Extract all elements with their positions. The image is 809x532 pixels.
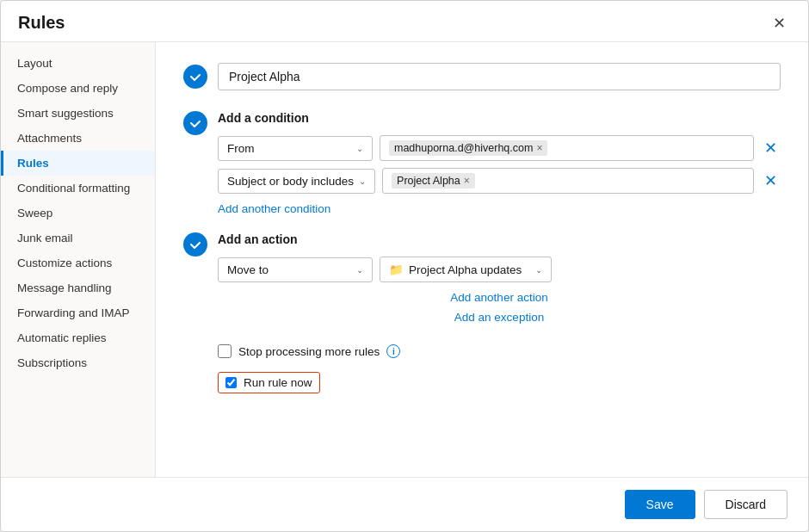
condition-section: Add a condition From ⌄ madhuporna.d@hive… xyxy=(183,111,781,215)
checkmark-icon-3 xyxy=(189,238,201,251)
stop-processing-checkbox[interactable] xyxy=(218,344,232,358)
condition1-type-label: From xyxy=(227,142,255,155)
add-condition-button[interactable]: Add another condition xyxy=(218,202,330,215)
main-content: Add a condition From ⌄ madhuporna.d@hive… xyxy=(156,42,808,477)
chevron-down-icon-3: ⌄ xyxy=(356,265,363,275)
stop-processing-label: Stop processing more rules xyxy=(238,345,380,358)
stop-processing-row: Stop processing more rules i xyxy=(218,344,781,358)
dialog-title: Rules xyxy=(18,13,65,33)
action-content: Add an action Move to ⌄ 📁 Project Alpha … xyxy=(218,232,781,324)
sidebar-item-attachments[interactable]: Attachments xyxy=(1,126,155,151)
sidebar-item-automatic-replies[interactable]: Automatic replies xyxy=(1,325,155,350)
folder-icon: 📁 xyxy=(389,263,404,276)
sidebar-item-conditional-formatting[interactable]: Conditional formatting xyxy=(1,176,155,201)
action1-type-dropdown[interactable]: Move to ⌄ xyxy=(218,257,373,282)
discard-button[interactable]: Discard xyxy=(704,490,787,519)
add-exception-button[interactable]: Add an exception xyxy=(218,311,781,324)
condition-row-2: Subject or body includes ⌄ Project Alpha… xyxy=(218,168,781,194)
run-rule-label: Run rule now xyxy=(244,376,312,389)
checkmark-icon-2 xyxy=(189,117,201,129)
sidebar: Layout Compose and reply Smart suggestio… xyxy=(1,42,156,477)
sidebar-item-forwarding-imap[interactable]: Forwarding and IMAP xyxy=(1,300,155,325)
step-icon-condition xyxy=(183,111,207,135)
action1-folder-dropdown[interactable]: 📁 Project Alpha updates ⌄ xyxy=(380,257,552,282)
condition1-tag-remove[interactable]: × xyxy=(536,143,542,153)
rules-dialog: Rules ✕ Layout Compose and reply Smart s… xyxy=(0,0,809,532)
dialog-body: Layout Compose and reply Smart suggestio… xyxy=(1,42,808,477)
chevron-down-icon: ⌄ xyxy=(356,144,363,153)
condition1-tag: madhuporna.d@hiverhq.com × xyxy=(389,140,547,156)
checkmark-icon xyxy=(189,71,201,83)
run-rule-checkbox[interactable] xyxy=(225,377,237,388)
chevron-down-icon-2: ⌄ xyxy=(359,176,366,186)
step-icon-action xyxy=(183,232,207,257)
sidebar-item-sweep[interactable]: Sweep xyxy=(1,201,155,226)
sidebar-item-layout[interactable]: Layout xyxy=(1,51,155,76)
sidebar-item-subscriptions[interactable]: Subscriptions xyxy=(1,350,155,375)
close-button[interactable]: ✕ xyxy=(768,14,791,33)
action-section: Add an action Move to ⌄ 📁 Project Alpha … xyxy=(183,232,781,324)
action-row-1: Move to ⌄ 📁 Project Alpha updates ⌄ xyxy=(218,257,781,282)
condition-content: Add a condition From ⌄ madhuporna.d@hive… xyxy=(218,111,781,215)
condition1-tag-label: madhuporna.d@hiverhq.com xyxy=(394,142,533,154)
action1-folder-label: Project Alpha updates xyxy=(409,263,522,276)
add-links-area: Add another action Add an exception xyxy=(218,289,781,324)
condition-section-title: Add a condition xyxy=(218,111,781,125)
condition2-type-label: Subject or body includes xyxy=(227,175,354,188)
sidebar-item-rules[interactable]: Rules xyxy=(1,151,155,176)
chevron-down-icon-4: ⌄ xyxy=(535,265,542,275)
condition2-tag: Project Alpha × xyxy=(392,173,475,189)
condition2-value-input[interactable]: Project Alpha × xyxy=(382,168,754,194)
add-action-button[interactable]: Add another action xyxy=(218,291,781,304)
rule-name-row xyxy=(183,63,781,90)
dialog-header: Rules ✕ xyxy=(1,1,808,42)
rule-name-input[interactable] xyxy=(218,63,781,90)
condition2-tag-label: Project Alpha xyxy=(397,175,460,187)
condition2-tag-remove[interactable]: × xyxy=(464,176,470,186)
condition2-remove-button[interactable]: ✕ xyxy=(761,171,781,190)
sidebar-item-compose-reply[interactable]: Compose and reply xyxy=(1,76,155,101)
action-section-title: Add an action xyxy=(218,232,781,246)
run-rule-row: Run rule now xyxy=(218,372,320,393)
dialog-footer: Save Discard xyxy=(1,477,808,531)
step-icon-name xyxy=(183,65,207,89)
sidebar-item-message-handling[interactable]: Message handling xyxy=(1,275,155,300)
condition1-value-input[interactable]: madhuporna.d@hiverhq.com × xyxy=(380,135,754,161)
sidebar-item-smart-suggestions[interactable]: Smart suggestions xyxy=(1,101,155,126)
info-icon[interactable]: i xyxy=(386,344,400,358)
condition1-remove-button[interactable]: ✕ xyxy=(761,139,781,158)
save-button[interactable]: Save xyxy=(625,490,695,519)
sidebar-item-customize-actions[interactable]: Customize actions xyxy=(1,251,155,275)
action1-type-label: Move to xyxy=(227,263,269,276)
sidebar-item-junk-email[interactable]: Junk email xyxy=(1,226,155,251)
run-rule-container: Run rule now xyxy=(218,372,781,393)
condition-row-1: From ⌄ madhuporna.d@hiverhq.com × ✕ xyxy=(218,135,781,161)
condition2-type-dropdown[interactable]: Subject or body includes ⌄ xyxy=(218,169,375,194)
condition1-type-dropdown[interactable]: From ⌄ xyxy=(218,136,373,161)
